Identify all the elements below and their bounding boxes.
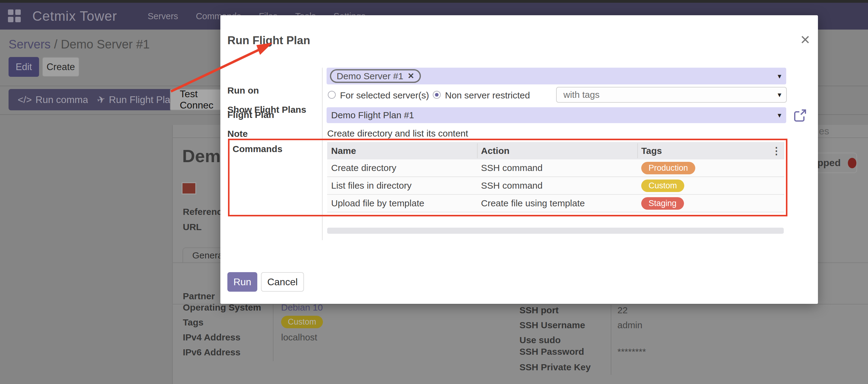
field-label: IPv4 Address xyxy=(183,332,241,343)
note-label: Note xyxy=(227,129,248,139)
table-row[interactable]: Create directory SSH command Production xyxy=(327,160,784,177)
column-divider xyxy=(477,143,478,158)
nav-item-servers[interactable]: Servers xyxy=(148,11,178,21)
notebook-border xyxy=(172,304,868,305)
field-label: Tags xyxy=(183,317,204,327)
run-button[interactable]: Run xyxy=(227,272,257,292)
tag-badge: Staging xyxy=(641,197,684,210)
column-header-tags[interactable]: Tags xyxy=(641,146,662,156)
field-label: SSH Username xyxy=(520,320,585,330)
stat-button-partial[interactable]: es xyxy=(819,126,829,137)
window-top-strip xyxy=(0,0,868,3)
cell-action: Create file using template xyxy=(481,198,585,208)
column-header-name[interactable]: Name xyxy=(331,146,356,156)
field-label: Use sudo xyxy=(520,335,561,345)
field-separator xyxy=(273,300,274,361)
breadcrumb: Servers / Demo Server #1 xyxy=(8,37,150,51)
breadcrumb-current: Demo Server #1 xyxy=(61,37,150,51)
chip-label: Demo Server #1 xyxy=(337,71,403,81)
screen: Cetmix Tower Servers Commands Files Tool… xyxy=(0,0,868,384)
table-row[interactable]: List files in directory SSH command Cust… xyxy=(327,177,784,195)
field-value: ******** xyxy=(617,347,646,357)
flight-plan-value: Demo Flight Plan #1 xyxy=(331,110,414,120)
edit-button[interactable]: Edit xyxy=(8,57,39,77)
chip-remove-icon[interactable]: ✕ xyxy=(407,71,414,81)
column-header-action[interactable]: Action xyxy=(481,146,509,156)
field-value: 22 xyxy=(617,305,627,315)
radio-label[interactable]: Non server restricted xyxy=(445,90,530,101)
field-label: Partner xyxy=(183,291,215,302)
with-tags-placeholder: with tags xyxy=(563,90,599,100)
table-header-row: Name Action Tags ⋮ xyxy=(327,142,784,160)
chevron-down-icon[interactable]: ▾ xyxy=(778,111,781,119)
cell-tag: Production xyxy=(641,162,695,174)
close-icon[interactable]: × xyxy=(800,31,810,47)
cell-tag: Custom xyxy=(641,179,684,192)
cell-name: List files in directory xyxy=(331,180,411,191)
field-label: SSH Password xyxy=(520,347,584,357)
server-tag-custom: Custom xyxy=(281,316,323,328)
apps-grid-icon[interactable] xyxy=(8,9,21,23)
cell-action: SSH command xyxy=(481,163,542,173)
run-flight-plan-dialog: Run Flight Plan × Run on Demo Server #1 … xyxy=(220,15,818,304)
chevron-down-icon[interactable]: ▾ xyxy=(778,91,781,99)
tag-badge: Production xyxy=(641,162,695,174)
brand-title: Cetmix Tower xyxy=(32,8,117,24)
cell-name: Create directory xyxy=(331,163,396,173)
note-value: Create directory and list its content xyxy=(327,128,468,139)
field-label: SSH Private Key xyxy=(520,362,591,373)
run-flight-plan-label: Run Flight Plan xyxy=(109,94,176,105)
cell-tag: Staging xyxy=(641,197,684,210)
radio-label[interactable]: For selected server(s) xyxy=(340,90,429,101)
field-value: admin xyxy=(617,320,643,330)
code-icon: </> xyxy=(18,94,32,105)
create-button[interactable]: Create xyxy=(42,57,79,77)
field-value-link[interactable]: Debian 10 xyxy=(281,302,323,313)
color-swatch[interactable] xyxy=(182,182,196,195)
run-on-field[interactable]: Demo Server #1 ✕ ▾ xyxy=(327,68,786,84)
flight-plan-field[interactable]: Demo Flight Plan #1 ▾ xyxy=(327,107,786,123)
field-value: localhost xyxy=(281,332,317,343)
commands-label: Commands xyxy=(232,144,282,154)
breadcrumb-servers-link[interactable]: Servers xyxy=(8,37,51,51)
url-label: URL xyxy=(183,222,202,232)
chevron-down-icon[interactable]: ▾ xyxy=(778,72,781,80)
flight-plan-label: Flight Plan xyxy=(227,110,274,120)
field-label: SSH port xyxy=(520,305,559,315)
status-dot xyxy=(848,158,857,168)
breadcrumb-separator: / xyxy=(51,37,61,51)
radio-non-server-restricted[interactable] xyxy=(433,91,441,99)
server-tag-chip: Demo Server #1 ✕ xyxy=(330,69,421,83)
commands-table: Name Action Tags ⋮ Create directory SSH … xyxy=(327,142,784,212)
cancel-button[interactable]: Cancel xyxy=(261,272,304,292)
tag-badge: Custom xyxy=(641,179,684,192)
table-row[interactable]: Upload file by template Create file usin… xyxy=(327,195,784,212)
radio-for-selected-servers[interactable] xyxy=(328,91,336,99)
cell-action: SSH command xyxy=(481,180,542,191)
plane-icon: ✈ xyxy=(96,93,107,106)
field-separator xyxy=(611,303,611,375)
horizontal-scrollbar[interactable] xyxy=(327,228,784,234)
cell-name: Upload file by template xyxy=(331,198,424,208)
field-label: IPv6 Address xyxy=(183,347,241,357)
run-on-label: Run on xyxy=(227,85,259,96)
column-divider xyxy=(637,143,638,158)
label-column-separator xyxy=(322,68,322,240)
external-link-icon[interactable] xyxy=(793,108,807,124)
dialog-title: Run Flight Plan xyxy=(227,34,310,47)
field-label: Operating System xyxy=(183,302,261,313)
status-label-partial: pped xyxy=(817,157,840,169)
with-tags-dropdown[interactable]: with tags ▾ xyxy=(556,87,787,103)
kebab-menu-icon[interactable]: ⋮ xyxy=(772,145,781,156)
